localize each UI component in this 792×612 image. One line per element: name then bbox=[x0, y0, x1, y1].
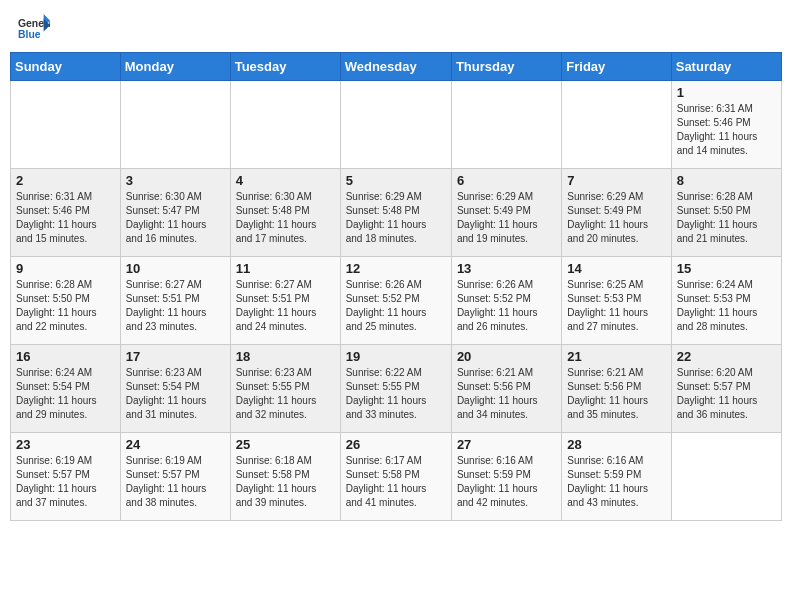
calendar-week-1: 1Sunrise: 6:31 AM Sunset: 5:46 PM Daylig… bbox=[11, 81, 782, 169]
day-number: 6 bbox=[457, 173, 556, 188]
day-info: Sunrise: 6:24 AM Sunset: 5:54 PM Dayligh… bbox=[16, 366, 115, 422]
calendar-week-4: 16Sunrise: 6:24 AM Sunset: 5:54 PM Dayli… bbox=[11, 345, 782, 433]
day-header-wednesday: Wednesday bbox=[340, 53, 451, 81]
day-number: 23 bbox=[16, 437, 115, 452]
day-number: 25 bbox=[236, 437, 335, 452]
day-number: 18 bbox=[236, 349, 335, 364]
calendar-cell: 23Sunrise: 6:19 AM Sunset: 5:57 PM Dayli… bbox=[11, 433, 121, 521]
calendar-cell: 3Sunrise: 6:30 AM Sunset: 5:47 PM Daylig… bbox=[120, 169, 230, 257]
calendar-cell: 14Sunrise: 6:25 AM Sunset: 5:53 PM Dayli… bbox=[562, 257, 671, 345]
day-number: 10 bbox=[126, 261, 225, 276]
calendar-cell: 27Sunrise: 6:16 AM Sunset: 5:59 PM Dayli… bbox=[451, 433, 561, 521]
calendar-cell: 10Sunrise: 6:27 AM Sunset: 5:51 PM Dayli… bbox=[120, 257, 230, 345]
day-number: 8 bbox=[677, 173, 776, 188]
day-number: 27 bbox=[457, 437, 556, 452]
calendar-cell: 6Sunrise: 6:29 AM Sunset: 5:49 PM Daylig… bbox=[451, 169, 561, 257]
calendar-cell bbox=[671, 433, 781, 521]
calendar-cell bbox=[340, 81, 451, 169]
day-number: 3 bbox=[126, 173, 225, 188]
day-number: 14 bbox=[567, 261, 665, 276]
day-number: 1 bbox=[677, 85, 776, 100]
day-info: Sunrise: 6:20 AM Sunset: 5:57 PM Dayligh… bbox=[677, 366, 776, 422]
calendar-cell: 1Sunrise: 6:31 AM Sunset: 5:46 PM Daylig… bbox=[671, 81, 781, 169]
logo-icon: General Blue bbox=[18, 14, 50, 42]
day-number: 22 bbox=[677, 349, 776, 364]
calendar-table: SundayMondayTuesdayWednesdayThursdayFrid… bbox=[10, 52, 782, 521]
day-header-tuesday: Tuesday bbox=[230, 53, 340, 81]
day-number: 21 bbox=[567, 349, 665, 364]
calendar-cell: 17Sunrise: 6:23 AM Sunset: 5:54 PM Dayli… bbox=[120, 345, 230, 433]
calendar-cell bbox=[230, 81, 340, 169]
calendar-cell: 12Sunrise: 6:26 AM Sunset: 5:52 PM Dayli… bbox=[340, 257, 451, 345]
page-header: General Blue bbox=[10, 10, 782, 46]
day-info: Sunrise: 6:28 AM Sunset: 5:50 PM Dayligh… bbox=[16, 278, 115, 334]
calendar-week-5: 23Sunrise: 6:19 AM Sunset: 5:57 PM Dayli… bbox=[11, 433, 782, 521]
day-info: Sunrise: 6:27 AM Sunset: 5:51 PM Dayligh… bbox=[126, 278, 225, 334]
day-header-friday: Friday bbox=[562, 53, 671, 81]
calendar-cell: 9Sunrise: 6:28 AM Sunset: 5:50 PM Daylig… bbox=[11, 257, 121, 345]
day-number: 5 bbox=[346, 173, 446, 188]
day-header-saturday: Saturday bbox=[671, 53, 781, 81]
day-info: Sunrise: 6:23 AM Sunset: 5:54 PM Dayligh… bbox=[126, 366, 225, 422]
calendar-cell: 15Sunrise: 6:24 AM Sunset: 5:53 PM Dayli… bbox=[671, 257, 781, 345]
calendar-cell bbox=[451, 81, 561, 169]
calendar-cell: 26Sunrise: 6:17 AM Sunset: 5:58 PM Dayli… bbox=[340, 433, 451, 521]
day-info: Sunrise: 6:30 AM Sunset: 5:48 PM Dayligh… bbox=[236, 190, 335, 246]
day-info: Sunrise: 6:28 AM Sunset: 5:50 PM Dayligh… bbox=[677, 190, 776, 246]
calendar-cell: 4Sunrise: 6:30 AM Sunset: 5:48 PM Daylig… bbox=[230, 169, 340, 257]
day-info: Sunrise: 6:21 AM Sunset: 5:56 PM Dayligh… bbox=[457, 366, 556, 422]
calendar-cell bbox=[11, 81, 121, 169]
day-number: 4 bbox=[236, 173, 335, 188]
calendar-cell: 11Sunrise: 6:27 AM Sunset: 5:51 PM Dayli… bbox=[230, 257, 340, 345]
day-info: Sunrise: 6:18 AM Sunset: 5:58 PM Dayligh… bbox=[236, 454, 335, 510]
calendar-cell: 18Sunrise: 6:23 AM Sunset: 5:55 PM Dayli… bbox=[230, 345, 340, 433]
calendar-week-2: 2Sunrise: 6:31 AM Sunset: 5:46 PM Daylig… bbox=[11, 169, 782, 257]
day-number: 2 bbox=[16, 173, 115, 188]
day-number: 24 bbox=[126, 437, 225, 452]
day-number: 15 bbox=[677, 261, 776, 276]
day-number: 19 bbox=[346, 349, 446, 364]
day-number: 11 bbox=[236, 261, 335, 276]
day-info: Sunrise: 6:26 AM Sunset: 5:52 PM Dayligh… bbox=[457, 278, 556, 334]
day-info: Sunrise: 6:16 AM Sunset: 5:59 PM Dayligh… bbox=[457, 454, 556, 510]
day-number: 26 bbox=[346, 437, 446, 452]
day-number: 20 bbox=[457, 349, 556, 364]
calendar-cell: 8Sunrise: 6:28 AM Sunset: 5:50 PM Daylig… bbox=[671, 169, 781, 257]
calendar-cell: 22Sunrise: 6:20 AM Sunset: 5:57 PM Dayli… bbox=[671, 345, 781, 433]
calendar-cell: 20Sunrise: 6:21 AM Sunset: 5:56 PM Dayli… bbox=[451, 345, 561, 433]
calendar-cell: 24Sunrise: 6:19 AM Sunset: 5:57 PM Dayli… bbox=[120, 433, 230, 521]
svg-text:Blue: Blue bbox=[18, 29, 41, 40]
calendar-cell: 21Sunrise: 6:21 AM Sunset: 5:56 PM Dayli… bbox=[562, 345, 671, 433]
day-number: 7 bbox=[567, 173, 665, 188]
day-info: Sunrise: 6:23 AM Sunset: 5:55 PM Dayligh… bbox=[236, 366, 335, 422]
day-info: Sunrise: 6:21 AM Sunset: 5:56 PM Dayligh… bbox=[567, 366, 665, 422]
day-header-thursday: Thursday bbox=[451, 53, 561, 81]
day-info: Sunrise: 6:24 AM Sunset: 5:53 PM Dayligh… bbox=[677, 278, 776, 334]
day-number: 16 bbox=[16, 349, 115, 364]
calendar-cell: 19Sunrise: 6:22 AM Sunset: 5:55 PM Dayli… bbox=[340, 345, 451, 433]
day-header-monday: Monday bbox=[120, 53, 230, 81]
day-info: Sunrise: 6:27 AM Sunset: 5:51 PM Dayligh… bbox=[236, 278, 335, 334]
day-number: 17 bbox=[126, 349, 225, 364]
calendar-cell: 7Sunrise: 6:29 AM Sunset: 5:49 PM Daylig… bbox=[562, 169, 671, 257]
day-number: 28 bbox=[567, 437, 665, 452]
day-info: Sunrise: 6:22 AM Sunset: 5:55 PM Dayligh… bbox=[346, 366, 446, 422]
day-info: Sunrise: 6:29 AM Sunset: 5:48 PM Dayligh… bbox=[346, 190, 446, 246]
calendar-header-row: SundayMondayTuesdayWednesdayThursdayFrid… bbox=[11, 53, 782, 81]
day-number: 13 bbox=[457, 261, 556, 276]
day-info: Sunrise: 6:29 AM Sunset: 5:49 PM Dayligh… bbox=[457, 190, 556, 246]
calendar-cell: 2Sunrise: 6:31 AM Sunset: 5:46 PM Daylig… bbox=[11, 169, 121, 257]
calendar-cell: 13Sunrise: 6:26 AM Sunset: 5:52 PM Dayli… bbox=[451, 257, 561, 345]
logo: General Blue bbox=[18, 14, 50, 42]
day-info: Sunrise: 6:31 AM Sunset: 5:46 PM Dayligh… bbox=[16, 190, 115, 246]
day-number: 9 bbox=[16, 261, 115, 276]
day-info: Sunrise: 6:30 AM Sunset: 5:47 PM Dayligh… bbox=[126, 190, 225, 246]
day-info: Sunrise: 6:17 AM Sunset: 5:58 PM Dayligh… bbox=[346, 454, 446, 510]
calendar-cell bbox=[562, 81, 671, 169]
day-info: Sunrise: 6:29 AM Sunset: 5:49 PM Dayligh… bbox=[567, 190, 665, 246]
day-info: Sunrise: 6:19 AM Sunset: 5:57 PM Dayligh… bbox=[126, 454, 225, 510]
day-header-sunday: Sunday bbox=[11, 53, 121, 81]
day-number: 12 bbox=[346, 261, 446, 276]
calendar-cell: 28Sunrise: 6:16 AM Sunset: 5:59 PM Dayli… bbox=[562, 433, 671, 521]
calendar-week-3: 9Sunrise: 6:28 AM Sunset: 5:50 PM Daylig… bbox=[11, 257, 782, 345]
